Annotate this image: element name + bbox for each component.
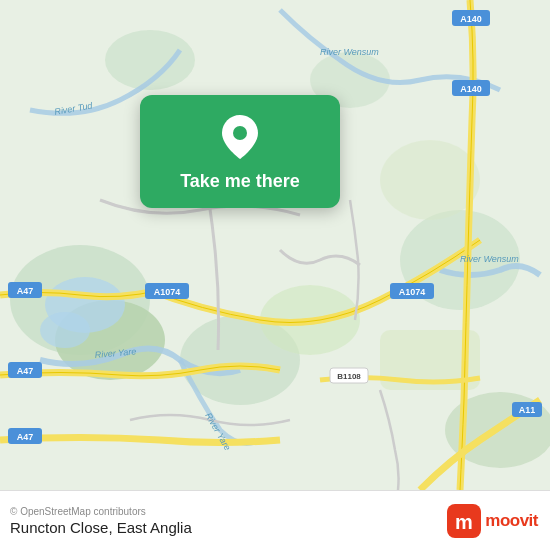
moovit-wordmark: moovit	[485, 511, 538, 531]
footer-bar: © OpenStreetMap contributors Runcton Clo…	[0, 490, 550, 550]
moovit-icon: m	[447, 504, 481, 538]
svg-text:A47: A47	[17, 366, 34, 376]
svg-text:m: m	[455, 511, 473, 533]
svg-point-12	[40, 312, 90, 348]
copyright-text: © OpenStreetMap contributors	[10, 506, 192, 517]
footer-info: © OpenStreetMap contributors Runcton Clo…	[10, 506, 192, 536]
svg-text:A47: A47	[17, 432, 34, 442]
svg-text:A140: A140	[460, 14, 482, 24]
map-svg: A47 A47 A47 A1074 A1074 A140 A140 B1108 …	[0, 0, 550, 490]
svg-text:River Wensum: River Wensum	[320, 47, 379, 57]
svg-text:A1074: A1074	[154, 287, 181, 297]
svg-text:A1074: A1074	[399, 287, 426, 297]
location-text: Runcton Close, East Anglia	[10, 519, 192, 536]
svg-text:A11: A11	[519, 405, 536, 415]
take-me-there-label: Take me there	[180, 171, 300, 192]
svg-point-36	[233, 126, 247, 140]
location-pin-icon	[216, 113, 264, 161]
svg-text:B1108: B1108	[337, 372, 361, 381]
moovit-logo: m moovit	[447, 504, 538, 538]
svg-point-6	[380, 140, 480, 220]
map-view: A47 A47 A47 A1074 A1074 A140 A140 B1108 …	[0, 0, 550, 490]
svg-text:A140: A140	[460, 84, 482, 94]
svg-text:River Wensum: River Wensum	[460, 254, 519, 264]
take-me-there-button[interactable]: Take me there	[140, 95, 340, 208]
svg-text:A47: A47	[17, 286, 34, 296]
